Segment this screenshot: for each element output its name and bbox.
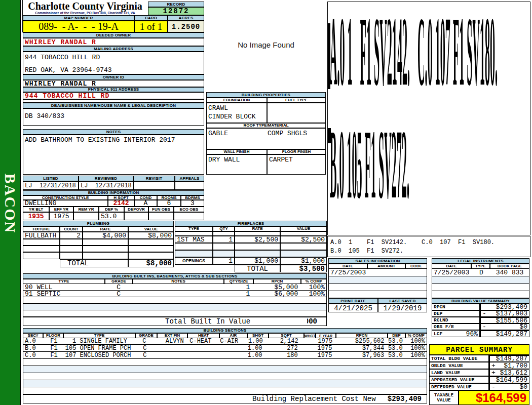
effyr-label: EFF YR <box>49 207 73 212</box>
taxable-label-line2: VALUE <box>437 398 450 403</box>
dba-legal-label: DBA/BUISNESS NAME/HOUSE NAME & LEGAL DES… <box>23 103 204 108</box>
record-number: 12872 <box>148 7 204 15</box>
yrblt-label: YR BLT <box>23 207 49 212</box>
sect-ext <box>155 352 184 358</box>
builtins-qty-label: QTY/SIZE <box>224 279 253 284</box>
revisit-label: REVISIT <box>133 176 175 181</box>
sect-comp: 100% <box>404 345 427 351</box>
ecoobs-label: ECO OBS <box>174 207 204 212</box>
openings-value: $1,000 <box>280 257 327 265</box>
empty-row <box>23 359 427 366</box>
empty-row <box>23 99 204 103</box>
bvs-op: - <box>481 310 486 317</box>
roof-material-value: COMP SHGLS <box>268 130 307 137</box>
builtins-total-value: $11,000 <box>307 317 326 326</box>
sect-whgt <box>304 345 315 351</box>
plumbing-total-label: TOTAL <box>60 259 128 267</box>
fireplaces-total-label: TOTAL <box>235 265 280 272</box>
plumbing-value: $8,000 <box>128 232 174 239</box>
plumbing-total-value: $8,000 <box>128 259 174 267</box>
roof-type-value: GABLE <box>207 130 228 137</box>
empty-cell <box>83 252 128 259</box>
legal-bookpage: 340 833 <box>490 269 529 276</box>
sect-col-shgt: SHGT <box>247 333 269 338</box>
sect-grade: C <box>134 352 155 358</box>
bvs-lcf-pct: 96% <box>442 330 479 337</box>
empty-cell <box>60 239 83 246</box>
sect-dep: 53.0 <box>386 338 404 344</box>
parcel-value-cell: + $13,612 <box>489 369 529 376</box>
funobs-value <box>148 212 174 220</box>
empty-cell <box>235 250 280 257</box>
sect-shgt: 1.00 <box>242 352 263 358</box>
sect-col-comp: % COMP <box>405 333 427 338</box>
card-label: CARD <box>134 15 168 21</box>
deeded-owner-value: WHIRLEY RANDAL R <box>23 38 204 46</box>
empty-cell <box>128 239 174 246</box>
empty-row <box>23 387 427 394</box>
fireplace-value: $2,500 <box>280 236 327 243</box>
openings-rate: $1,000 <box>235 257 280 265</box>
parcel-value: $149,287 <box>491 355 529 362</box>
acres-label: ACRES <box>168 15 204 21</box>
floor-finish-value: CARPET <box>267 154 326 175</box>
builtin-type: 91 SEPTIC <box>23 291 105 297</box>
listed-label: LISTED <box>23 176 79 181</box>
sidebar-green-band: BACON <box>0 0 21 405</box>
sect-air: C-AIR <box>216 338 243 344</box>
sect-rpcn: $7,344 <box>334 345 386 351</box>
fireplaces-header: FIREPLACES <box>175 221 327 226</box>
empty-row <box>23 310 327 317</box>
remyr-value <box>73 212 99 220</box>
taxable-value: $164,599 <box>459 390 529 405</box>
building-properties-header: BUILDING PROPERTIES <box>206 92 326 98</box>
bdrms-value: 3 <box>181 200 204 207</box>
bvs-value-cell: - $0 <box>480 323 529 330</box>
sales-amount-label: AMOUNT <box>367 264 405 269</box>
builtin-notes <box>132 284 221 290</box>
empty-row <box>328 276 427 284</box>
fixture-label: FIXTURE <box>23 226 60 232</box>
print-date-label: PRINT DATE <box>328 298 378 304</box>
sect-air <box>215 352 242 358</box>
bvs-label: RPCN <box>432 304 480 310</box>
sect-heat <box>184 345 215 351</box>
legal-date: 7/25/2003 <box>432 269 472 276</box>
notes-label: NOTES <box>23 129 204 135</box>
openings-label: OPENINGS <box>175 257 213 265</box>
ecoobs-value <box>174 212 204 220</box>
builtins-notes-label: NOTES <box>133 279 224 284</box>
construction-style-label: CONSTRUCTION STYLE <box>23 195 108 200</box>
empty-row <box>23 304 327 310</box>
district-label: BACON <box>2 174 19 233</box>
bvs-op: - <box>481 323 486 330</box>
sales-date: 7/25/2003 <box>329 269 366 276</box>
sketch-legend-line-2: B.0 105 F1 SV272. <box>330 248 403 255</box>
sect-floor: F1 <box>44 338 63 344</box>
empty-cell <box>23 252 60 259</box>
fireplace-type-label: TYPE <box>175 226 213 231</box>
parcel-value-cell: $149,287 <box>489 355 529 362</box>
bvs-label: LCF <box>432 331 442 337</box>
replacement-cost-value: $293,409 <box>376 395 427 403</box>
bvs-value: $0 <box>486 323 529 330</box>
mailing-line-2: RED OAK, VA 23964-9743 <box>23 66 203 74</box>
sketch-legend-box: A.0 1 F1 SV2142. C.0 107 F1 SV180. B.0 1… <box>327 236 530 257</box>
empty-cell <box>280 231 327 236</box>
foundation-line-2: CINDER BLOCK <box>207 113 256 120</box>
wall-finish-label: WALL FINISH <box>206 149 267 154</box>
builtin-comp: 100% <box>299 291 326 297</box>
section-row: C.0 F1 107 ENCLOSED PORCH C 1.00 180 197… <box>23 352 427 359</box>
empty-cell <box>213 231 235 236</box>
sect-type: 105 OPEN FRAME PCH <box>64 345 134 351</box>
empty-cell <box>83 239 128 246</box>
parcel-value-cell: $164,599 <box>489 376 529 383</box>
reviewed-value: LJ 12/31/2018 <box>79 181 133 190</box>
card-value: 1 of 1 <box>134 21 168 32</box>
sect-sec: B.0 <box>23 345 44 351</box>
legal-type: D <box>472 269 490 276</box>
sect-rpcn: $7,963 <box>334 352 386 358</box>
rooms-value: 6 <box>157 200 181 207</box>
fireplace-qty-label: QTY <box>213 226 235 231</box>
count-label: COUNT <box>60 226 83 232</box>
